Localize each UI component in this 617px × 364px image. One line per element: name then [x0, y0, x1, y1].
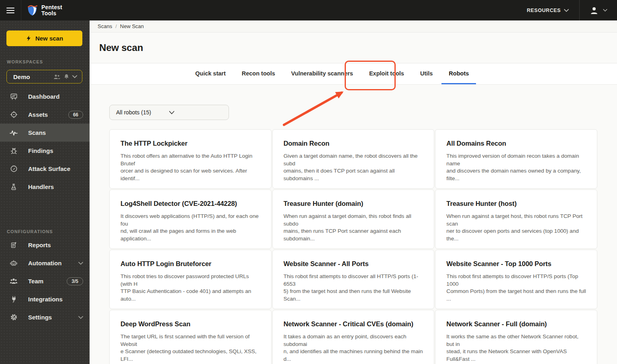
robot-card-network-scanner-full[interactable]: Network Scanner - Full (domain) It works…: [435, 310, 597, 364]
robot-icon: [10, 259, 18, 267]
plug-icon: [10, 295, 18, 303]
chevron-down-icon: [78, 316, 83, 319]
workspaces-section-label: WORKSPACES: [7, 59, 43, 64]
sidebar-item-integrations[interactable]: Integrations: [0, 290, 90, 308]
workspace-selector[interactable]: Demo: [6, 70, 82, 83]
bug-icon: [10, 147, 18, 155]
target-icon: [10, 111, 18, 118]
chevron-down-icon: [564, 9, 569, 12]
robot-card-description: When run against a target domain, this r…: [284, 213, 423, 242]
tab-exploit-tools[interactable]: Exploit tools: [362, 63, 411, 84]
dashboard-icon: [10, 93, 18, 100]
robot-cards-grid: The HTTP Lockpicker This robot offers an…: [109, 129, 597, 364]
new-scan-button[interactable]: New scan: [6, 31, 82, 46]
robot-card-description: Given a target domain name, the robot di…: [284, 153, 423, 182]
robot-card-title: Deep WordPress Scan: [121, 320, 260, 328]
tab-recon-tools[interactable]: Recon tools: [235, 63, 282, 84]
chevron-down-icon: [72, 75, 77, 78]
hamburger-icon: [6, 7, 14, 14]
bell-icon: [63, 73, 69, 80]
chevron-down-icon: [603, 9, 607, 12]
robot-card-description: This robot first attempts to discover al…: [284, 273, 423, 303]
sidebar-item-handlers[interactable]: Handlers: [0, 178, 90, 196]
assets-count-badge: 66: [68, 111, 83, 119]
robot-card-description: The target URL is first scanned with the…: [121, 333, 260, 363]
robot-card-treasure-hunter-domain[interactable]: Treasure Hunter (domain) When run agains…: [272, 189, 435, 249]
robot-card-description: When run against a target host, this rob…: [446, 213, 586, 242]
robots-filter-value: All robots (15): [116, 109, 169, 116]
sidebar-item-assets[interactable]: Assets 66: [0, 106, 90, 124]
sidebar-item-dashboard[interactable]: Dashboard: [0, 87, 90, 106]
sidebar-item-label: Integrations: [28, 296, 63, 303]
robot-card-website-scanner-top-1000[interactable]: Website Scanner - Top 1000 Ports This ro…: [435, 250, 597, 309]
robot-card-title: Domain Recon: [284, 140, 423, 147]
robot-card-description: It works the same as the other Network S…: [446, 333, 586, 363]
sidebar-item-reports[interactable]: Reports: [0, 236, 90, 254]
sidebar-main-nav: Dashboard Assets 66 Scans Findings: [0, 87, 90, 196]
sidebar-item-scans[interactable]: Scans: [0, 124, 90, 142]
breadcrumb: Scans / New Scan: [98, 23, 144, 29]
robot-card-description: It takes a domain as an entry point, dis…: [284, 333, 423, 363]
chevron-down-icon: [78, 262, 83, 265]
logo-wordmark: Pentest Tools: [41, 4, 62, 16]
robots-filter-dropdown[interactable]: All robots (15): [109, 105, 229, 120]
team-count-badge: 3/5: [67, 277, 83, 285]
sidebar-item-attack-surface[interactable]: Attack Surface: [0, 160, 90, 178]
tabs-bar: Quick start Recon tools Vulnerability sc…: [90, 63, 617, 85]
breadcrumb-scans-link[interactable]: Scans: [98, 23, 112, 29]
robot-card-description: This robot offers an alternative to the …: [121, 153, 260, 182]
robot-card-title: Website Scanner - All Ports: [284, 260, 423, 268]
robot-card-description: This improved version of domain recon ta…: [446, 153, 586, 182]
sidebar-item-label: Team: [28, 278, 43, 285]
breadcrumb-separator: /: [115, 23, 117, 29]
flask-icon: [10, 183, 18, 191]
robot-card-website-scanner-all-ports[interactable]: Website Scanner - All Ports This robot f…: [272, 250, 435, 309]
pentest-tools-logo[interactable]: Pentest Tools: [21, 0, 62, 20]
report-icon: [10, 241, 18, 249]
robot-card-title: All Domains Recon: [446, 140, 586, 147]
lightning-bolt-icon: [26, 35, 31, 42]
robot-card-network-scanner-critical-cves[interactable]: Network Scanner - Critical CVEs (domain)…: [272, 310, 435, 364]
sidebar-item-team[interactable]: Team 3/5: [0, 272, 90, 290]
sidebar-item-label: Findings: [28, 147, 53, 154]
tab-quick-start[interactable]: Quick start: [188, 63, 233, 84]
tab-utils[interactable]: Utils: [413, 63, 440, 84]
robot-card-description: This robot tries to discover password pr…: [121, 273, 260, 303]
topbar-right: RESOURCES: [516, 0, 617, 20]
sidebar-item-label: Handlers: [28, 183, 54, 190]
account-menu-button[interactable]: [579, 0, 617, 20]
team-icon: [10, 278, 18, 284]
robot-card-title: Network Scanner - Critical CVEs (domain): [284, 320, 423, 328]
breadcrumb-new-scan: New Scan: [120, 23, 144, 29]
robot-card-http-lockpicker[interactable]: The HTTP Lockpicker This robot offers an…: [109, 129, 272, 189]
top-bar: Pentest Tools RESOURCES: [0, 0, 617, 20]
tab-robots[interactable]: Robots: [441, 63, 476, 84]
robot-card-title: Auto HTTP Login Bruteforcer: [121, 260, 260, 268]
compass-icon: [10, 165, 18, 173]
workspace-members-icon: [53, 74, 61, 79]
robot-card-title: Treasure Hunter (domain): [284, 200, 423, 207]
sidebar-item-label: Attack Surface: [28, 165, 70, 172]
sidebar-item-settings[interactable]: Settings: [0, 308, 90, 326]
robot-card-log4shell-detector[interactable]: Log4Shell Detector (CVE-2021-44228) It d…: [109, 189, 272, 249]
robot-card-all-domains-recon[interactable]: All Domains Recon This improved version …: [435, 129, 597, 189]
sidebar-item-label: Reports: [28, 242, 51, 248]
robot-card-description: This robot first attempts to discover HT…: [446, 273, 586, 303]
robot-card-treasure-hunter-host[interactable]: Treasure Hunter (host) When run against …: [435, 189, 597, 249]
robot-card-deep-wordpress-scan[interactable]: Deep WordPress Scan The target URL is fi…: [109, 310, 272, 364]
sidebar-item-findings[interactable]: Findings: [0, 142, 90, 160]
tab-vulnerability-scanners[interactable]: Vulnerability scanners: [284, 63, 360, 84]
page-header: New scan: [90, 33, 617, 63]
sidebar: New scan WORKSPACES Demo: [0, 20, 90, 364]
robots-content: All robots (15) The HTTP Lockpicker This…: [90, 85, 617, 364]
hamburger-menu-button[interactable]: [0, 0, 21, 20]
robot-card-auto-http-login-bruteforcer[interactable]: Auto HTTP Login Bruteforcer This robot t…: [109, 250, 272, 309]
robot-card-description: It discovers web applications (HTTP/S) a…: [121, 213, 260, 242]
sidebar-item-label: Settings: [28, 314, 52, 321]
sidebar-item-automation[interactable]: Automation: [0, 254, 90, 272]
app-window: Pentest Tools RESOURCES: [0, 0, 617, 364]
robot-card-domain-recon[interactable]: Domain Recon Given a target domain name,…: [272, 129, 435, 189]
resources-menu-button[interactable]: RESOURCES: [516, 0, 579, 20]
waveform-icon: [10, 129, 18, 136]
configurations-section-label: CONFIGURATIONS: [7, 229, 53, 234]
